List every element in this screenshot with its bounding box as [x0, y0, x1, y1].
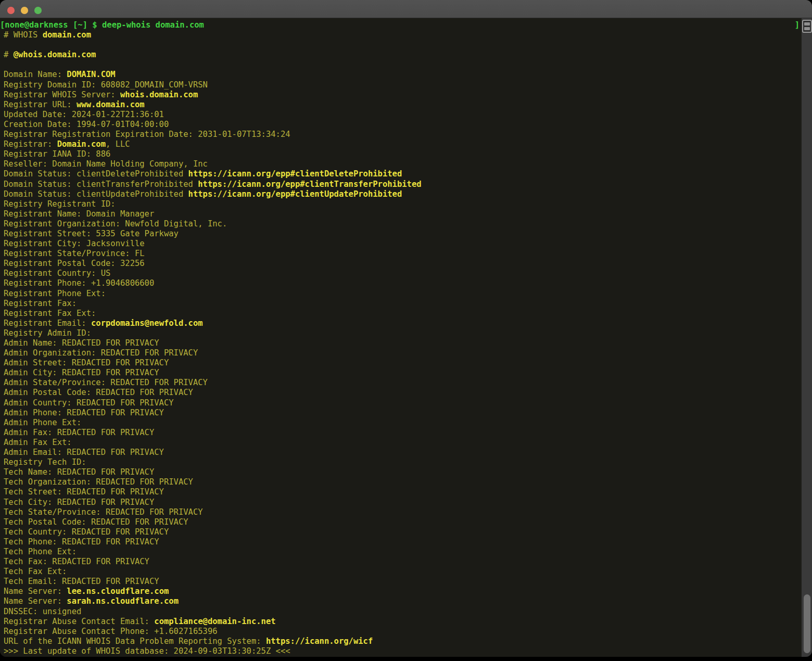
terminal-line: Domain Status: clientDeleteProhibited ht…	[4, 169, 801, 179]
terminal-line: Registrant Phone: +1.9046806600	[4, 278, 801, 288]
terminal-line: Admin Street: REDACTED FOR PRIVACY	[4, 358, 801, 368]
terminal-line: Registrant Phone Ext:	[4, 289, 801, 299]
terminal-text-segment: >>> Last update of WHOIS database: 2024-…	[4, 646, 290, 656]
terminal-text-segment: Admin Phone: REDACTED FOR PRIVACY	[4, 408, 164, 417]
terminal-text-segment: Registrar Abuse Contact Phone: +1.602716…	[4, 627, 218, 636]
terminal-line: Tech City: REDACTED FOR PRIVACY	[4, 498, 801, 507]
terminal-line: Admin Phone Ext:	[4, 418, 801, 428]
terminal-line: Registrar: Domain.com, LLC	[4, 139, 801, 149]
terminal-line: URL of the ICANN WHOIS Data Problem Repo…	[4, 637, 801, 646]
terminal-line: Registry Admin ID:	[4, 328, 801, 338]
terminal-text-segment: Admin State/Province: REDACTED FOR PRIVA…	[4, 378, 208, 387]
terminal-text-segment: www.domain.com	[77, 100, 145, 109]
terminal-line: Registrant Name: Domain Manager	[4, 209, 801, 219]
terminal-text-segment: Tech Street: REDACTED FOR PRIVACY	[4, 487, 164, 497]
terminal-text-segment: Admin Name: REDACTED FOR PRIVACY	[4, 338, 159, 348]
terminal-text-segment: Registrar IANA ID: 886	[4, 149, 110, 159]
right-prompt-indicator: ]	[795, 20, 800, 30]
terminal-text-segment: Tech Fax: REDACTED FOR PRIVACY	[4, 557, 149, 566]
terminal-text-segment: , LLC	[106, 139, 130, 149]
terminal-line: Registrant Email: corpdomains@newfold.co…	[4, 319, 801, 328]
terminal-text-segment: Registrant Fax Ext:	[4, 309, 96, 318]
terminal-line: Tech Country: REDACTED FOR PRIVACY	[4, 527, 801, 537]
terminal-text-segment: @whois.domain.com	[14, 50, 96, 59]
terminal-text-segment: Registrant Street: 5335 Gate Parkway	[4, 229, 179, 238]
terminal-text-segment: Admin Email: REDACTED FOR PRIVACY	[4, 448, 164, 457]
scrollbar-thumb[interactable]	[804, 594, 810, 653]
terminal-text-segment: Registrant City: Jacksonville	[4, 239, 145, 248]
terminal-text-segment: Domain Status: clientUpdateProhibited	[4, 189, 188, 199]
terminal-line: Tech Fax Ext:	[4, 567, 801, 577]
terminal-line: Admin Email: REDACTED FOR PRIVACY	[4, 448, 801, 457]
terminal-line	[4, 60, 801, 70]
terminal-line: Tech Email: REDACTED FOR PRIVACY	[4, 577, 801, 587]
scrollbar-track[interactable]	[801, 18, 812, 657]
terminal-line: Tech Fax: REDACTED FOR PRIVACY	[4, 557, 801, 567]
terminal-text-segment: Registry Tech ID:	[4, 457, 86, 467]
terminal-output: [none@darkness [~] $ deep-whois domain.c…	[0, 18, 801, 656]
terminal-line: [none@darkness [~] $ deep-whois domain.c…	[0, 20, 801, 30]
terminal-line	[4, 40, 801, 50]
terminal-text-segment: compliance@domain-inc.net	[154, 617, 275, 626]
terminal-text-segment: Registry Registrant ID:	[4, 199, 116, 209]
terminal-line: Registrar IANA ID: 886	[4, 149, 801, 159]
close-button[interactable]	[7, 7, 15, 14]
terminal-text-segment: [none@darkness [~] $ deep-whois domain.c…	[0, 20, 204, 30]
terminal-line: >>> Last update of WHOIS database: 2024-…	[4, 646, 801, 656]
terminal-window: [none@darkness [~] $ deep-whois domain.c…	[0, 0, 812, 657]
terminal-text-segment: Reseller: Domain Name Holding Company, I…	[4, 159, 208, 169]
terminal-line: Admin Fax: REDACTED FOR PRIVACY	[4, 428, 801, 438]
terminal-text-segment: DOMAIN.COM	[67, 70, 115, 79]
terminal-text-segment: Registrar URL:	[4, 100, 77, 109]
terminal-line: Admin Fax Ext:	[4, 438, 801, 448]
traffic-lights	[0, 0, 812, 14]
terminal-line: # @whois.domain.com	[4, 50, 801, 60]
terminal-text-segment: lee.ns.cloudflare.com	[67, 587, 169, 596]
terminal-line: Registry Domain ID: 608082_DOMAIN_COM-VR…	[4, 80, 801, 90]
terminal-line: Registrant Fax Ext:	[4, 309, 801, 319]
terminal-line: Tech Postal Code: REDACTED FOR PRIVACY	[4, 517, 801, 527]
terminal-line: Tech State/Province: REDACTED FOR PRIVAC…	[4, 507, 801, 517]
terminal-line: Registrar Abuse Contact Phone: +1.602716…	[4, 627, 801, 637]
scrollbar-grip-button[interactable]	[802, 20, 812, 33]
terminal-line: Admin Phone: REDACTED FOR PRIVACY	[4, 408, 801, 418]
terminal-text-segment: Tech Country: REDACTED FOR PRIVACY	[4, 527, 169, 537]
grip-bar-icon	[804, 27, 810, 30]
terminal-text-segment: Registrant Fax:	[4, 299, 77, 308]
terminal-text-segment: Tech Postal Code: REDACTED FOR PRIVACY	[4, 517, 188, 527]
terminal-text-segment: Name Server:	[4, 596, 67, 606]
terminal-line: Registrar Abuse Contact Email: complianc…	[4, 617, 801, 627]
terminal-text-segment: https://icann.org/epp#clientDeleteProhib…	[188, 169, 402, 179]
terminal-line: Domain Name: DOMAIN.COM	[4, 70, 801, 80]
terminal-text-segment: Domain Status: clientDeleteProhibited	[4, 169, 188, 179]
terminal-text-segment: Admin Fax: REDACTED FOR PRIVACY	[4, 428, 154, 437]
terminal-text-segment: sarah.ns.cloudflare.com	[67, 596, 179, 606]
terminal-text-segment: Tech Email: REDACTED FOR PRIVACY	[4, 577, 159, 586]
terminal-line: Domain Status: clientUpdateProhibited ht…	[4, 189, 801, 199]
terminal-text-segment: Tech Fax Ext:	[4, 567, 67, 576]
terminal-line: Name Server: sarah.ns.cloudflare.com	[4, 596, 801, 606]
terminal-line: Admin Organization: REDACTED FOR PRIVACY	[4, 348, 801, 358]
terminal-line: Reseller: Domain Name Holding Company, I…	[4, 159, 801, 169]
terminal-text-segment: Registry Domain ID: 608082_DOMAIN_COM-VR…	[4, 80, 208, 90]
terminal-text-segment: Registrant Phone Ext:	[4, 289, 106, 298]
terminal-text-segment: Tech Organization: REDACTED FOR PRIVACY	[4, 477, 193, 487]
terminal-content[interactable]: [none@darkness [~] $ deep-whois domain.c…	[0, 18, 801, 657]
terminal-line: Registrant Fax:	[4, 299, 801, 309]
terminal-line: Registrar URL: www.domain.com	[4, 100, 801, 110]
terminal-line: DNSSEC: unsigned	[4, 607, 801, 617]
minimize-button[interactable]	[21, 7, 28, 14]
terminal-text-segment: Creation Date: 1994-07-01T04:00:00	[4, 120, 169, 129]
terminal-text-segment: domain.com	[43, 30, 91, 40]
terminal-line: Admin Postal Code: REDACTED FOR PRIVACY	[4, 388, 801, 398]
window-titlebar[interactable]	[0, 0, 812, 18]
terminal-text-segment: Registrant Organization: Newfold Digital…	[4, 219, 227, 228]
terminal-text-segment: Registrar Registration Expiration Date: …	[4, 130, 290, 139]
terminal-text-segment: https://icann.org/wicf	[266, 637, 373, 646]
zoom-button[interactable]	[34, 7, 42, 14]
terminal-text-segment: #	[4, 50, 14, 59]
terminal-line: Registry Registrant ID:	[4, 199, 801, 209]
terminal-line: # WHOIS domain.com	[4, 30, 801, 40]
terminal-text-segment: Tech City: REDACTED FOR PRIVACY	[4, 498, 154, 507]
terminal-text-segment: Tech Phone: REDACTED FOR PRIVACY	[4, 537, 159, 546]
